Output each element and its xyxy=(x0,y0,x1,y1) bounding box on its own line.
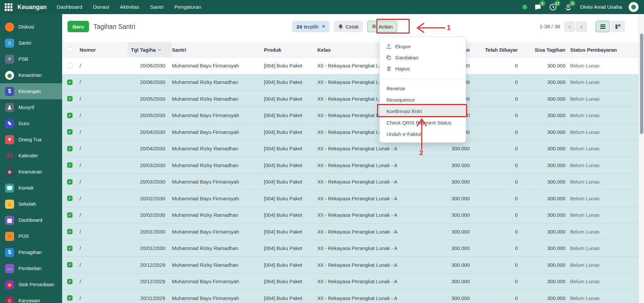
vertical-scrollbar[interactable] xyxy=(639,14,644,303)
row-checkbox[interactable]: ✓ xyxy=(67,113,73,118)
row-checkbox[interactable]: ✓ xyxy=(67,212,73,218)
sidebar-item-santri[interactable]: ☺Santri xyxy=(0,35,62,51)
nav-item-pengaturan[interactable]: Pengaturan xyxy=(174,4,201,10)
table-row[interactable]: ✓/20/05/2030Muhammad Rizky Ramadhan[004]… xyxy=(62,91,639,107)
user-avatar[interactable] xyxy=(629,2,639,12)
row-checkbox[interactable] xyxy=(67,63,73,68)
cell-status: Belum Lunas xyxy=(567,212,639,218)
chat-icon[interactable]: 4 xyxy=(534,3,542,11)
action-menu-item-hapus[interactable]: Hapus xyxy=(380,63,466,74)
row-checkbox[interactable]: ✓ xyxy=(67,80,73,85)
scrollbar-thumb[interactable] xyxy=(640,34,643,134)
table-row[interactable]: /20/06/2030Muhammad Bayu Firmansyah[004]… xyxy=(62,57,639,74)
activity-clock-icon[interactable]: 17 xyxy=(549,3,557,11)
cell-jumlah: 300.000 xyxy=(411,245,471,251)
action-button[interactable]: ⚙ Action xyxy=(367,21,397,32)
user-division-label[interactable]: Divisi Amal Usaha xyxy=(580,4,622,10)
sidebar-item-stok-persediaan[interactable]: ◆Stok Persediaan xyxy=(0,276,62,293)
table-row[interactable]: ✓/20/06/2030Muhammad Rizky Ramadhan[004]… xyxy=(62,74,639,91)
row-checkbox[interactable]: ✓ xyxy=(67,229,73,234)
print-button[interactable]: Cetak xyxy=(334,21,363,32)
column-header-tgl[interactable]: Tgl Tagiha xyxy=(128,42,171,57)
sidebar-item-pos[interactable]: ∩POS xyxy=(0,228,62,244)
row-select-cell: ✓ xyxy=(62,212,76,218)
table-row[interactable]: ✓/20/04/2030Muhammad Rizky Ramadhan[004]… xyxy=(62,141,639,157)
new-button[interactable]: Baru xyxy=(67,21,89,32)
sidebar-item-penagihan[interactable]: $Penagihan xyxy=(0,244,62,260)
cell-sisa: 300.000 xyxy=(519,96,567,102)
prev-page-button[interactable]: ‹ xyxy=(564,21,575,32)
sidebar-item-label: Kontak xyxy=(18,185,34,191)
table-row[interactable]: ✓/20/12/2029Muhammad Bayu Firmansyah[004… xyxy=(62,273,639,290)
selected-label: terpilih xyxy=(304,24,319,30)
sidebar-item-label: Orang Tua xyxy=(18,137,42,142)
row-checkbox[interactable]: ✓ xyxy=(67,129,73,135)
table-row[interactable]: ✓/20/03/2030Muhammad Bayu Firmansyah[004… xyxy=(62,174,639,191)
sort-desc-icon xyxy=(158,48,161,51)
sidebar-item-kesantrian[interactable]: ◉Kesantrian xyxy=(0,67,62,83)
table-row[interactable]: ✓/20/11/2029Muhammad Bayu Firmansyah[004… xyxy=(62,290,639,303)
row-checkbox[interactable]: ✓ xyxy=(67,196,73,201)
action-menu-item-reverse[interactable]: Reverse xyxy=(380,83,466,94)
next-page-button[interactable]: › xyxy=(576,21,587,32)
nav-item-dashboard[interactable]: Dashboard xyxy=(57,4,82,10)
clear-selection-icon[interactable]: × xyxy=(322,23,325,30)
cell-nomor: / xyxy=(76,295,128,301)
column-header-produk[interactable]: Produk xyxy=(259,47,312,53)
cell-jumlah: 300.000 xyxy=(411,179,471,185)
sidebar-item-orang-tua[interactable]: ♥Orang Tua xyxy=(0,132,62,148)
select-all-checkbox[interactable] xyxy=(67,47,73,52)
table-row[interactable]: ✓/20/03/2030Muhammad Rizky Ramadhan[004]… xyxy=(62,157,639,174)
row-checkbox[interactable]: ✓ xyxy=(67,179,73,185)
column-header-label: Santri xyxy=(172,47,186,53)
column-header-status[interactable]: Status Pembayaran xyxy=(567,47,639,53)
action-menu-item-check-qris-payment-status[interactable]: Check QRIS Payment Status xyxy=(380,117,466,128)
table-row[interactable]: ✓/20/02/2030Muhammad Rizky Ramadhan[004]… xyxy=(62,207,639,224)
nav-item-donasi[interactable]: Donasi xyxy=(93,4,109,10)
row-checkbox[interactable]: ✓ xyxy=(67,96,73,101)
app-title[interactable]: Keuangan xyxy=(17,4,47,11)
action-dropdown-menu: EksporGandakanHapusReverseResequenceKonf… xyxy=(379,37,466,143)
row-checkbox[interactable]: ✓ xyxy=(67,279,73,284)
table-row[interactable]: ✓/20/01/2030Muhammad Rizky Ramadhan[004]… xyxy=(62,240,639,257)
column-header-dibayar[interactable]: Telah Dibayar xyxy=(471,47,519,53)
list-view-button[interactable] xyxy=(596,21,610,32)
sidebar-item-keamanan[interactable]: ★Keamanan xyxy=(0,164,62,180)
sidebar-item-musyrif[interactable]: ♟Musyrif xyxy=(0,99,62,115)
action-menu-item-gandakan[interactable]: Gandakan xyxy=(380,52,466,63)
sidebar-item-sekolah[interactable]: ⌂Sekolah xyxy=(0,196,62,212)
sidebar-item-karyawan[interactable]: ☺Karyawan xyxy=(0,293,62,303)
sidebar-item-label: Musyrif xyxy=(18,105,34,110)
column-header-sisa[interactable]: Sisa Tagihan xyxy=(519,47,567,53)
security-icon: ★ xyxy=(5,167,14,176)
nav-item-santri[interactable]: Santri xyxy=(150,4,164,10)
sidebar-item-dashboard[interactable]: ▦Dashboard xyxy=(0,212,62,228)
sidebar-item-keuangan[interactable]: $Keuangan xyxy=(0,83,62,99)
row-checkbox[interactable]: ✓ xyxy=(67,295,73,301)
sidebar-item-kontak[interactable]: ☎Kontak xyxy=(0,180,62,196)
table-row[interactable]: ✓/20/01/2030Muhammad Bayu Firmansyah[004… xyxy=(62,223,639,240)
row-checkbox[interactable]: ✓ xyxy=(67,262,73,267)
nav-item-aktivitas[interactable]: Aktivitas xyxy=(120,4,139,10)
table-row[interactable]: ✓/20/05/2030Muhammad Bayu Firmansyah[004… xyxy=(62,107,639,124)
sidebar-item-pembelian[interactable]: ▬Pembelian xyxy=(0,260,62,276)
column-header-nomor[interactable]: Nomor xyxy=(76,47,128,53)
sidebar-item-diskusi[interactable]: Diskusi xyxy=(0,19,62,35)
table-row[interactable]: ✓/20/04/2030Muhammad Bayu Firmansyah[004… xyxy=(62,124,639,141)
sidebar-item-kalender[interactable]: 31Kalender xyxy=(0,148,62,164)
action-menu-item-konfirmasi-entri[interactable]: Konfirmasi Entri xyxy=(380,105,466,117)
action-menu-item-unduh-e-faktur[interactable]: Unduh e-Faktur xyxy=(380,128,466,140)
action-menu-item-ekspor[interactable]: Ekspor xyxy=(380,41,466,52)
app-launcher-grid-icon[interactable] xyxy=(5,3,12,11)
kanban-view-button[interactable] xyxy=(611,21,625,32)
payment-icon[interactable]: 5 xyxy=(564,3,572,11)
table-row[interactable]: ✓/20/02/2030Muhammad Bayu Firmansyah[004… xyxy=(62,190,639,207)
action-menu-item-resequence[interactable]: Resequence xyxy=(380,94,466,105)
sidebar-item-guru[interactable]: ✎Guru xyxy=(0,115,62,132)
column-header-santri[interactable]: Santri xyxy=(171,47,259,53)
table-row[interactable]: ✓/20/12/2029Muhammad Rizky Ramadhan[004]… xyxy=(62,257,639,273)
row-checkbox[interactable]: ✓ xyxy=(67,162,73,168)
sidebar-item-psb[interactable]: ≡PSB xyxy=(0,51,62,67)
row-checkbox[interactable]: ✓ xyxy=(67,146,73,151)
row-checkbox[interactable]: ✓ xyxy=(67,246,73,251)
